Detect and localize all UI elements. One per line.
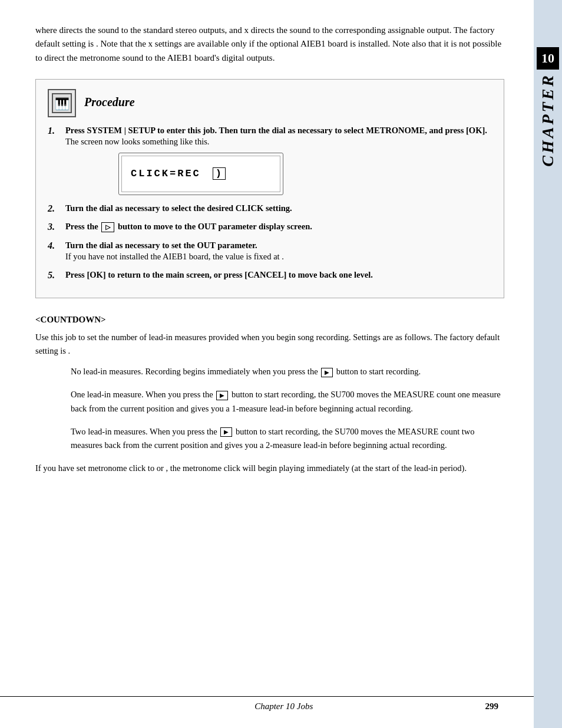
- step-5-content: Press [OK] to return to the main screen,…: [59, 270, 492, 280]
- chapter-label-container: 10 CHAPTER: [534, 47, 562, 167]
- step-1-body: The screen now looks something like this…: [65, 137, 492, 147]
- lcd-screen: CLICK=REC ): [118, 153, 283, 195]
- step-1-number: 1.: [48, 126, 55, 136]
- countdown-para-1: No lead-in measures. Recording begins im…: [71, 365, 504, 378]
- step-2: 2. Turn the dial as necessary to select …: [48, 203, 492, 213]
- step-1-bold: Press SYSTEM | SETUP to enter this job. …: [65, 126, 487, 135]
- step-3-bold: Press the ▷ button to move to the OUT pa…: [65, 222, 312, 231]
- step-4-content: Turn the dial as necessary to set the OU…: [59, 241, 492, 262]
- step-2-content: Turn the dial as necessary to select the…: [59, 203, 492, 213]
- footer-right: 299: [485, 701, 498, 711]
- step-5-bold: Press [OK] to return to the main screen,…: [65, 270, 373, 279]
- step-2-bold: Turn the dial as necessary to select the…: [65, 203, 292, 213]
- countdown-para-2: One lead-in measure. When you press the …: [71, 388, 504, 415]
- main-content: where directs the sound to the standard …: [0, 0, 534, 728]
- step-3: 3. Press the ▷ button to move to the OUT…: [48, 222, 492, 232]
- procedure-box: 🎹 Procedure 1. Press SYSTEM | SETUP to e…: [35, 79, 504, 298]
- svg-text:🎹: 🎹: [55, 97, 70, 111]
- step-4: 4. Turn the dial as necessary to set the…: [48, 241, 492, 262]
- procedure-icon: 🎹: [48, 89, 76, 117]
- footer-center: Chapter 10 Jobs: [254, 701, 313, 711]
- step-5: 5. Press [OK] to return to the main scre…: [48, 270, 492, 280]
- step-3-number: 3.: [48, 222, 55, 232]
- step-1-content: Press SYSTEM | SETUP to enter this job. …: [59, 126, 492, 195]
- lcd-cursor: ): [213, 167, 226, 180]
- step-3-content: Press the ▷ button to move to the OUT pa…: [59, 222, 492, 232]
- step-5-number: 5.: [48, 270, 55, 281]
- chapter-tab: 10 CHAPTER: [534, 0, 562, 728]
- page-footer: Chapter 10 Jobs 299: [0, 696, 534, 711]
- step-4-bold: Turn the dial as necessary to set the OU…: [65, 241, 257, 250]
- lcd-text: CLICK=REC: [131, 168, 201, 179]
- countdown-footer-note: If you have set metronome click to or , …: [35, 462, 504, 475]
- countdown-intro: Use this job to set the number of lead-i…: [35, 331, 504, 358]
- chapter-number-box: 10: [537, 47, 559, 70]
- step-4-body: If you have not installed the AIEB1 boar…: [65, 252, 492, 262]
- procedure-header: 🎹 Procedure: [48, 89, 492, 117]
- step-4-number: 4.: [48, 241, 55, 251]
- step-2-number: 2.: [48, 203, 55, 214]
- intro-paragraph: where directs the sound to the standard …: [35, 24, 504, 65]
- procedure-title: Procedure: [84, 89, 135, 109]
- step-1: 1. Press SYSTEM | SETUP to enter this jo…: [48, 126, 492, 195]
- chapter-text-vertical: CHAPTER: [538, 73, 557, 167]
- countdown-title: <COUNTDOWN>: [35, 315, 504, 325]
- countdown-para-3: Two lead-in measures. When you press the…: [71, 425, 504, 452]
